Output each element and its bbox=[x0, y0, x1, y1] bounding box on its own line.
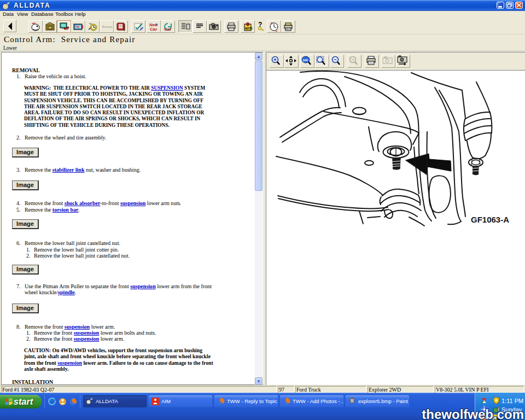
svg-text:100: 100 bbox=[302, 59, 308, 62]
svg-text:GF1063-A: GF1063-A bbox=[471, 215, 509, 224]
svg-text:Car: Car bbox=[150, 27, 157, 32]
svg-text:NOTE: NOTE bbox=[245, 27, 253, 30]
svg-text:Car: Car bbox=[164, 27, 171, 32]
svg-text:HDC: HDC bbox=[286, 28, 291, 31]
svg-text:Browse: Browse bbox=[102, 25, 112, 28]
svg-text:750: 750 bbox=[75, 25, 80, 28]
